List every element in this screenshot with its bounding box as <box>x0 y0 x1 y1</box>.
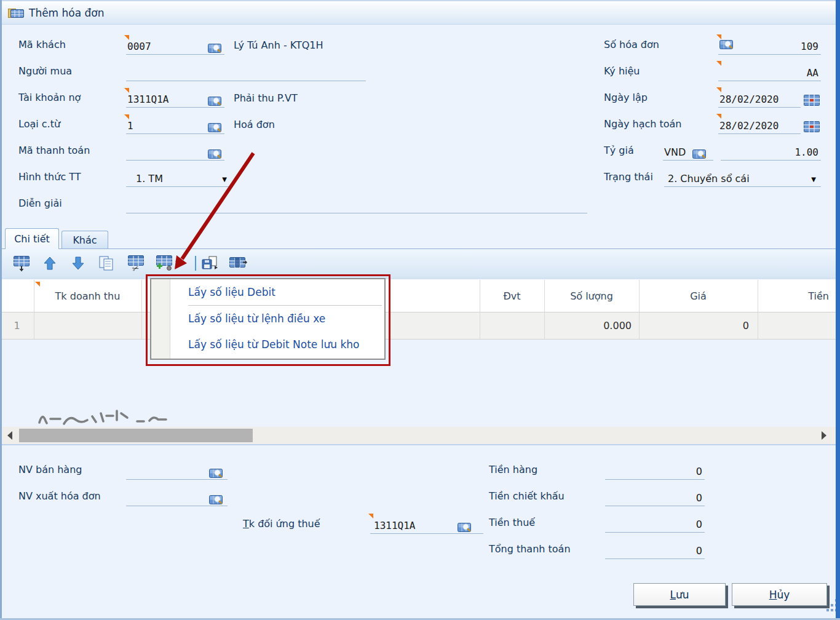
so-luong-cell[interactable]: 0.000 <box>544 312 639 339</box>
scrollbar-thumb[interactable] <box>19 429 253 442</box>
tien-hang-label: Tiền hàng <box>489 464 537 475</box>
hinh-thuc-tt-value: 1. TM <box>136 173 163 185</box>
nguoi-mua-label: Người mua <box>18 65 72 77</box>
lookup-icon[interactable] <box>208 96 221 106</box>
lookup-icon[interactable] <box>692 149 706 159</box>
dien-giai-field[interactable] <box>126 197 587 213</box>
loai-ctu-value: 1 <box>127 120 133 132</box>
calendar-icon[interactable] <box>804 121 820 132</box>
required-marker <box>716 34 721 39</box>
grid-line <box>480 280 480 339</box>
delete-row-icon: ✂ <box>127 255 145 272</box>
grid-line <box>544 280 545 339</box>
ky-hieu-label: Ký hiệu <box>604 65 640 77</box>
col-header-gia: Giá <box>639 280 758 312</box>
window-border <box>0 0 2 620</box>
ty-gia-label: Tỷ giá <box>604 145 634 156</box>
tab-khac[interactable]: Khác <box>61 231 108 249</box>
grid-line <box>0 339 840 340</box>
grid-line <box>34 280 34 339</box>
grid-line <box>758 280 758 339</box>
required-marker <box>124 114 129 119</box>
loai-ctu-desc: Hoá đơn <box>234 119 275 130</box>
required-marker <box>716 61 721 66</box>
tai-khoan-no-value: 1311Q1A <box>127 93 168 105</box>
col-header-so-luong: Số lượng <box>544 280 639 312</box>
scroll-right-arrow[interactable] <box>822 431 826 440</box>
lookup-icon[interactable] <box>208 43 221 54</box>
invoice-window-icon <box>8 7 24 19</box>
trang-thai-value: 2. Chuyển sổ cái <box>668 173 750 185</box>
delete-row-button[interactable]: ✂ <box>127 254 145 272</box>
section-divider <box>0 444 840 445</box>
nguoi-mua-field[interactable] <box>126 65 366 81</box>
ty-gia-currency: VND <box>664 146 686 158</box>
copy-row-button[interactable] <box>97 254 116 272</box>
tab-khac-label: Khác <box>73 234 97 246</box>
hinh-thuc-tt-dropdown[interactable]: 1. TM ▼ <box>126 170 231 187</box>
insert-row-icon <box>13 255 30 272</box>
save-button[interactable]: Lưu <box>633 583 726 606</box>
ma-khach-desc: Lý Tú Anh - KTQ1H <box>234 39 323 51</box>
menu-item-lay-so-lieu-lenh-dieu-xe[interactable]: Lấy số liệu từ lệnh điều xe <box>151 306 384 332</box>
tong-thanh-toan-field[interactable]: 0 <box>605 542 705 559</box>
get-data-icon <box>155 255 173 272</box>
window-border <box>836 0 840 620</box>
required-marker <box>124 35 129 40</box>
grid-line <box>141 280 142 339</box>
dien-giai-label: Diễn giải <box>18 197 62 209</box>
ngay-lap-label: Ngày lập <box>604 92 648 103</box>
get-data-button[interactable] <box>155 254 173 272</box>
ty-gia-value: 1.00 <box>794 146 818 158</box>
hinh-thuc-tt-label: Hình thức TT <box>18 171 81 183</box>
scroll-left-arrow[interactable] <box>7 431 12 440</box>
ngay-hach-toan-field[interactable]: 28/02/2020 <box>718 117 801 134</box>
so-hoa-don-value: 109 <box>801 41 818 52</box>
toolbar-separator <box>195 256 196 271</box>
ky-hieu-value: AA <box>807 67 818 79</box>
add-invoice-window: Thêm hóa đơn Mã khách 0007 Lý Tú Anh - K… <box>0 0 840 620</box>
lookup-icon[interactable] <box>208 149 221 159</box>
redacted-scribble <box>39 411 166 424</box>
menu-item-lay-so-lieu-debit[interactable]: Lấy số liệu Debit <box>151 279 384 305</box>
insert-row-button[interactable] <box>12 254 31 272</box>
ngay-lap-value: 28/02/2020 <box>719 93 779 105</box>
so-hoa-don-field[interactable]: 109 <box>718 38 821 55</box>
tien-hang-field[interactable]: 0 <box>605 463 705 480</box>
trang-thai-dropdown[interactable]: 2. Chuyển sổ cái ▼ <box>664 170 821 187</box>
tai-khoan-no-label: Tài khoản nợ <box>18 92 81 103</box>
lookup-icon[interactable] <box>458 522 471 533</box>
col-header-tien: Tiền <box>758 280 840 312</box>
chevron-down-icon[interactable]: ▼ <box>811 176 816 183</box>
lookup-icon[interactable] <box>719 39 733 50</box>
ma-thanh-toan-label: Mã thanh toán <box>18 145 90 156</box>
so-hoa-don-label: Số hóa đơn <box>604 39 659 50</box>
move-down-button[interactable] <box>69 254 87 272</box>
calendar-icon[interactable] <box>804 95 820 106</box>
tien-chiet-khau-field[interactable]: 0 <box>605 490 705 506</box>
lookup-icon[interactable] <box>209 468 223 479</box>
ty-gia-field[interactable]: 1.00 <box>721 144 821 161</box>
move-up-icon <box>43 256 57 271</box>
cancel-button[interactable]: Hủy <box>732 583 827 606</box>
get-data-dropdown-caret-icon[interactable] <box>175 261 181 264</box>
tab-chi-tiet[interactable]: Chi tiết <box>5 228 59 249</box>
ky-hieu-field[interactable]: AA <box>718 65 821 81</box>
tk-doi-ung-thue-value: 1311Q1A <box>374 520 415 531</box>
move-up-button[interactable] <box>41 254 59 272</box>
ngay-lap-field[interactable]: 28/02/2020 <box>718 91 801 108</box>
tong-thanh-toan-value: 0 <box>696 545 702 557</box>
tien-thue-field[interactable]: 0 <box>605 516 705 533</box>
column-options-button[interactable] <box>229 254 247 272</box>
lookup-icon[interactable] <box>208 122 221 133</box>
export-data-button[interactable] <box>200 254 219 272</box>
menu-item-lay-so-lieu-debit-note-luu-kho[interactable]: Lấy số liệu từ Debit Note lưu kho <box>151 332 384 359</box>
lookup-icon[interactable] <box>209 495 223 505</box>
export-data-icon <box>201 255 218 271</box>
gia-cell[interactable]: 0 <box>639 312 758 339</box>
tien-thue-label: Tiền thuế <box>489 517 535 528</box>
tien-hang-value: 0 <box>696 466 702 477</box>
tien-thue-value: 0 <box>696 519 702 530</box>
chevron-down-icon[interactable]: ▼ <box>222 176 227 183</box>
column-options-icon <box>229 255 247 271</box>
